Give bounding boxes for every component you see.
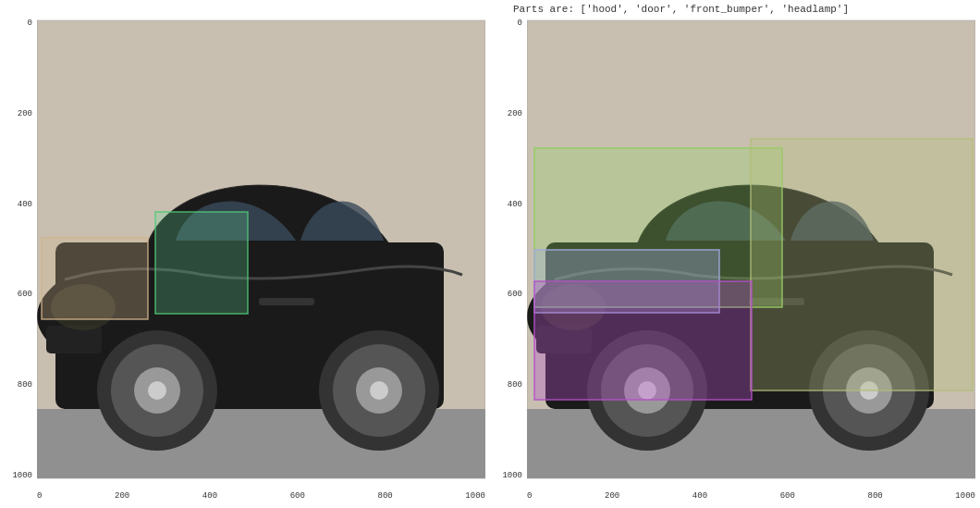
y-tick-1000: 1000 bbox=[12, 471, 32, 480]
right-x-tick-400: 400 bbox=[692, 491, 707, 501]
left-x-axis: 0 200 400 600 800 1000 bbox=[37, 491, 485, 501]
right-y-tick-800: 800 bbox=[508, 380, 522, 390]
svg-rect-16 bbox=[42, 238, 148, 319]
right-y-tick-1000: 1000 bbox=[502, 471, 522, 480]
svg-point-8 bbox=[148, 381, 166, 400]
svg-rect-17 bbox=[155, 212, 248, 314]
y-tick-800: 800 bbox=[18, 380, 32, 390]
right-y-tick-0: 0 bbox=[518, 19, 522, 28]
right-y-tick-200: 200 bbox=[508, 109, 522, 118]
svg-rect-39 bbox=[751, 139, 973, 390]
svg-point-12 bbox=[370, 381, 388, 400]
left-panel: 0 200 400 600 800 1000 bbox=[0, 0, 490, 508]
right-y-axis: 0 200 400 600 800 1000 bbox=[490, 19, 525, 480]
svg-rect-13 bbox=[259, 298, 314, 305]
right-y-tick-400: 400 bbox=[508, 200, 522, 209]
svg-rect-14 bbox=[46, 326, 102, 353]
x-tick-0: 0 bbox=[37, 491, 42, 501]
right-panel: 0 200 400 600 800 1000 bbox=[490, 0, 980, 508]
y-tick-0: 0 bbox=[28, 19, 32, 28]
left-y-axis: 0 200 400 600 800 1000 bbox=[0, 19, 35, 480]
left-plot-area bbox=[37, 19, 485, 480]
svg-rect-1 bbox=[37, 20, 485, 205]
x-tick-800: 800 bbox=[378, 491, 393, 501]
right-x-tick-200: 200 bbox=[605, 491, 619, 501]
y-tick-600: 600 bbox=[18, 290, 32, 299]
right-plot-area bbox=[527, 19, 975, 480]
x-tick-1000: 1000 bbox=[465, 491, 485, 501]
right-car-svg bbox=[527, 19, 975, 480]
right-x-tick-0: 0 bbox=[527, 491, 532, 501]
x-tick-400: 400 bbox=[202, 491, 217, 501]
left-car-svg bbox=[37, 19, 485, 480]
right-x-tick-1000: 1000 bbox=[955, 491, 975, 501]
right-x-tick-800: 800 bbox=[868, 491, 883, 501]
right-y-tick-600: 600 bbox=[508, 290, 522, 299]
y-tick-200: 200 bbox=[18, 109, 32, 118]
y-tick-400: 400 bbox=[18, 200, 32, 209]
right-x-axis: 0 200 400 600 800 1000 bbox=[527, 491, 975, 501]
right-x-tick-600: 600 bbox=[780, 491, 795, 501]
main-container: Parts are: ['hood', 'door', 'front_bumpe… bbox=[0, 0, 980, 508]
x-tick-600: 600 bbox=[290, 491, 305, 501]
svg-rect-41 bbox=[534, 281, 752, 400]
x-tick-200: 200 bbox=[115, 491, 129, 501]
